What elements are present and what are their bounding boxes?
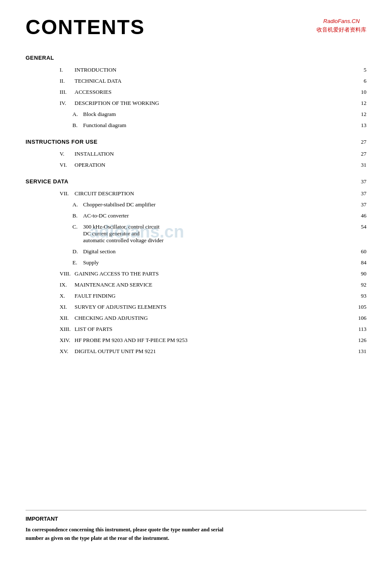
toc-item-description: IV. DESCRIPTION OF THE WORKING 12 [26, 98, 366, 109]
toc-number: XIII. [60, 326, 75, 333]
toc-page: 105 [352, 304, 366, 310]
toc-item-circuit-desc: VII. CIRCUIT DESCRIPTION 37 [26, 188, 366, 199]
toc-page: 13 [352, 122, 366, 129]
toc-text: HF PROBE PM 9203 AND HF T-PIECE PM 9253 [75, 337, 352, 344]
toc-number: III. [60, 89, 75, 96]
toc-item-functional-diagram: B. Functional diagram 13 [26, 120, 366, 131]
general-header: GENERAL [26, 55, 366, 61]
header-area: CONTENTS RadioFans.CN 收音机爱好者资料库 [26, 17, 366, 38]
toc-text: MAINTENANCE AND SERVICE [75, 281, 352, 288]
toc-item-supply: E. Supply 84 [26, 257, 366, 268]
toc-number: X. [60, 293, 75, 299]
toc-page: 12 [352, 111, 366, 118]
toc-number: V. [60, 151, 75, 157]
toc-item-digital-output: XV. DIGITAL OUTPUT UNIT PM 9221 131 [26, 346, 366, 357]
toc-page: 54 [352, 223, 366, 230]
toc-number: A. [72, 111, 83, 118]
toc-page: 92 [352, 281, 366, 288]
toc-item-digital-section: D. Digital section 60 [26, 246, 366, 257]
toc-number: B. [72, 212, 83, 219]
toc-text: CIRCUIT DESCRIPTION [75, 190, 352, 197]
toc-text: FAULT FINDING [75, 293, 352, 299]
toc-text: CHECKING AND ADJUSTING [75, 315, 352, 322]
toc-number: II. [60, 78, 75, 84]
toc-item-operation: VI. OPERATION 31 [26, 159, 366, 171]
toc-item-survey: XI. SURVEY OF ADJUSTING ELEMENTS 105 [26, 301, 366, 313]
toc-text: DIGITAL OUTPUT UNIT PM 9221 [75, 348, 352, 355]
toc-page: 37 [352, 190, 366, 197]
instructions-section-page: 27 [361, 139, 366, 145]
toc-page: 93 [352, 293, 366, 299]
toc-page: 12 [352, 100, 366, 107]
toc-item-hf-probe: XIV. HF PROBE PM 9203 AND HF T-PIECE PM … [26, 335, 366, 346]
toc-item-oscillator: C. 300 kHz-Oscillator, control circuitDC… [26, 221, 366, 246]
toc-page: 31 [352, 162, 366, 168]
service-header: SERVICE DATA [26, 178, 361, 185]
toc-text: OPERATION [75, 162, 352, 168]
toc-item-block-diagram: A. Block diagram 12 [26, 109, 366, 120]
toc-number: E. [72, 259, 83, 266]
toc-item-list-of-parts: XIII. LIST OF PARTS 113 [26, 324, 366, 335]
toc-number: XIV. [60, 337, 75, 344]
toc-number: D. [72, 248, 83, 255]
toc-item-chopper: A. Chopper-stabilised DC amplifier 37 [26, 199, 366, 210]
toc-text: INTRODUCTION [75, 67, 352, 73]
page: CONTENTS RadioFans.CN 收音机爱好者资料库 GENERAL … [0, 0, 392, 568]
toc-number: B. [72, 122, 83, 129]
toc-number: XV. [60, 348, 75, 355]
toc-item-checking: XII. CHECKING AND ADJUSTING 106 [26, 313, 366, 324]
toc-text: TECHNICAL DATA [75, 78, 352, 84]
toc-page: 37 [352, 201, 366, 208]
toc-number: IV. [60, 100, 75, 107]
toc-text: LIST OF PARTS [75, 326, 352, 333]
toc-number: C. [72, 223, 83, 230]
toc-text: Supply [83, 259, 352, 266]
important-text: In correspondence concerning this instru… [26, 525, 366, 542]
toc-text: Block diagram [83, 111, 352, 118]
toc-number: I. [60, 67, 75, 73]
general-section: GENERAL I. INTRODUCTION 5 II. TECHNICAL … [26, 55, 366, 131]
toc-page: 5 [352, 67, 366, 73]
service-section: SERVICE DATA 37 VII. CIRCUIT DESCRIPTION… [26, 178, 366, 357]
toc-item-ac-dc: B. AC-to-DC converter 46 [26, 210, 366, 221]
toc-page: 90 [352, 270, 366, 277]
toc-number: VIII. [60, 270, 75, 277]
toc-text: Functional diagram [83, 122, 352, 129]
toc-item-introduction: I. INTRODUCTION 5 [26, 64, 366, 75]
page-title: CONTENTS [26, 17, 145, 38]
toc-text: Digital section [83, 248, 352, 255]
toc-text: AC-to-DC converter [83, 212, 352, 219]
toc-text: DESCRIPTION OF THE WORKING [75, 100, 352, 107]
radiofans-logo: RadioFans.CN 收音机爱好者资料库 [317, 17, 366, 34]
toc-page: 60 [352, 248, 366, 255]
toc-page: 6 [352, 78, 366, 84]
toc-item-gaining-access: VIII. GAINING ACCESS TO THE PARTS 90 [26, 268, 366, 279]
toc-page: 126 [352, 337, 366, 344]
toc-number: A. [72, 201, 83, 208]
toc-page: 106 [352, 315, 366, 322]
toc-number: VI. [60, 162, 75, 168]
toc-text: SURVEY OF ADJUSTING ELEMENTS [75, 304, 352, 310]
toc-item-accessories: III. ACCESSORIES 10 [26, 87, 366, 98]
toc-number: XII. [60, 315, 75, 322]
toc-item-oscillator-container: C. 300 kHz-Oscillator, control circuitDC… [26, 221, 366, 246]
toc-number: VII. [60, 190, 75, 197]
instructions-header: INSTRUCTIONS FOR USE [26, 139, 361, 145]
toc-text: GAINING ACCESS TO THE PARTS [75, 270, 352, 277]
toc-page: 10 [352, 89, 366, 96]
toc-item-installation: V. INSTALLATION 27 [26, 148, 366, 159]
toc-page: 46 [352, 212, 366, 219]
divider [26, 510, 366, 510]
important-title: IMPORTANT [26, 516, 366, 522]
service-section-page: 37 [361, 178, 366, 185]
toc-text: 300 kHz-Oscillator, control circuitDC cu… [83, 223, 352, 244]
toc-number: IX. [60, 281, 75, 288]
toc-page: 113 [352, 326, 366, 333]
toc-page: 131 [352, 348, 366, 355]
radiofans-line2: 收音机爱好者资料库 [317, 26, 366, 34]
important-section: IMPORTANT In correspondence concerning t… [26, 507, 366, 542]
instructions-section: INSTRUCTIONS FOR USE 27 V. INSTALLATION … [26, 139, 366, 171]
toc-item-fault-finding: X. FAULT FINDING 93 [26, 290, 366, 301]
toc-number: XI. [60, 304, 75, 310]
toc-text: ACCESSORIES [75, 89, 352, 96]
